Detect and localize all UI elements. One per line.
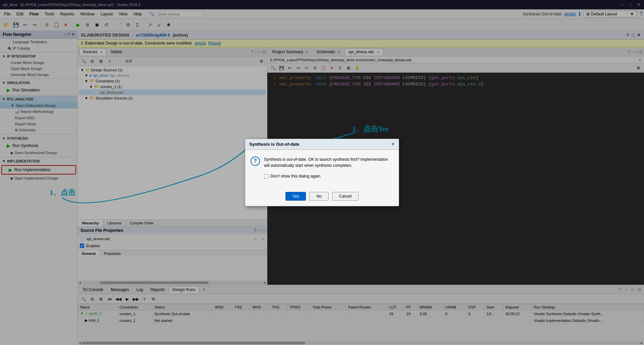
dont-show-label: Don't show this dialog again	[270, 174, 320, 179]
modal-checkbox-area: Don't show this dialog again	[251, 174, 393, 179]
dont-show-checkbox[interactable]	[264, 174, 268, 179]
modal-title: Synthesis is Out-of-date ✕	[245, 139, 399, 150]
modal-overlay: Synthesis is Out-of-date ✕ ? Synthesis i…	[0, 0, 644, 345]
synthesis-outofdate-dialog: Synthesis is Out-of-date ✕ ? Synthesis i…	[245, 139, 399, 206]
modal-no-button[interactable]: No	[309, 192, 328, 201]
modal-message: ? Synthesis is out-of-date. OK to launch…	[251, 156, 393, 168]
modal-buttons: Yes No Cancel	[245, 192, 399, 206]
modal-message-text: Synthesis is out-of-date. OK to launch s…	[264, 156, 393, 168]
modal-cancel-button[interactable]: Cancel	[332, 192, 359, 201]
modal-title-text: Synthesis is Out-of-date	[249, 142, 300, 147]
modal-body: ? Synthesis is out-of-date. OK to launch…	[245, 150, 399, 185]
modal-close-icon[interactable]: ✕	[391, 142, 395, 147]
modal-question-icon: ?	[251, 156, 260, 166]
modal-yes-button[interactable]: Yes	[285, 192, 306, 201]
